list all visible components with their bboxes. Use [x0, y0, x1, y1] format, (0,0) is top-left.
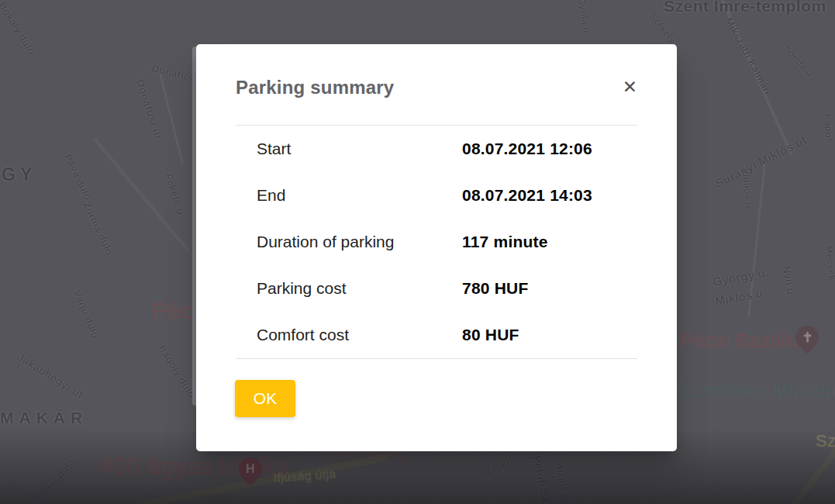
summary-row-end: End 08.07.2021 14:03 — [236, 172, 637, 219]
row-label: Duration of parking — [236, 233, 394, 251]
row-value: 80 HUF — [462, 326, 519, 344]
summary-row-parking-cost: Parking cost 780 HUF — [236, 265, 637, 312]
row-value: 117 minute — [462, 233, 548, 251]
summary-row-comfort-cost: Comfort cost 80 HUF — [236, 312, 637, 358]
parking-app-screen: { "dialog": { "title": "Parking summary"… — [0, 0, 835, 504]
ok-button[interactable]: OK — [235, 380, 295, 417]
row-label: End — [236, 186, 285, 205]
dialog-header: Parking summary ✕ — [196, 44, 677, 98]
row-label: Start — [236, 140, 291, 158]
row-label: Parking cost — [236, 279, 347, 298]
dialog-title: Parking summary — [236, 77, 394, 98]
parking-summary-dialog: Parking summary ✕ Start 08.07.2021 12:06… — [196, 44, 677, 451]
summary-table: Start 08.07.2021 12:06 End 08.07.2021 14… — [196, 126, 677, 358]
summary-row-duration: Duration of parking 117 minute — [236, 219, 637, 265]
row-label: Comfort cost — [236, 326, 349, 344]
summary-row-start: Start 08.07.2021 12:06 — [236, 126, 637, 172]
row-value: 08.07.2021 12:06 — [462, 140, 592, 158]
footer-divider — [236, 358, 637, 359]
row-value: 780 HUF — [462, 279, 528, 298]
row-value: 08.07.2021 14:03 — [462, 186, 592, 205]
close-icon[interactable]: ✕ — [623, 78, 637, 95]
